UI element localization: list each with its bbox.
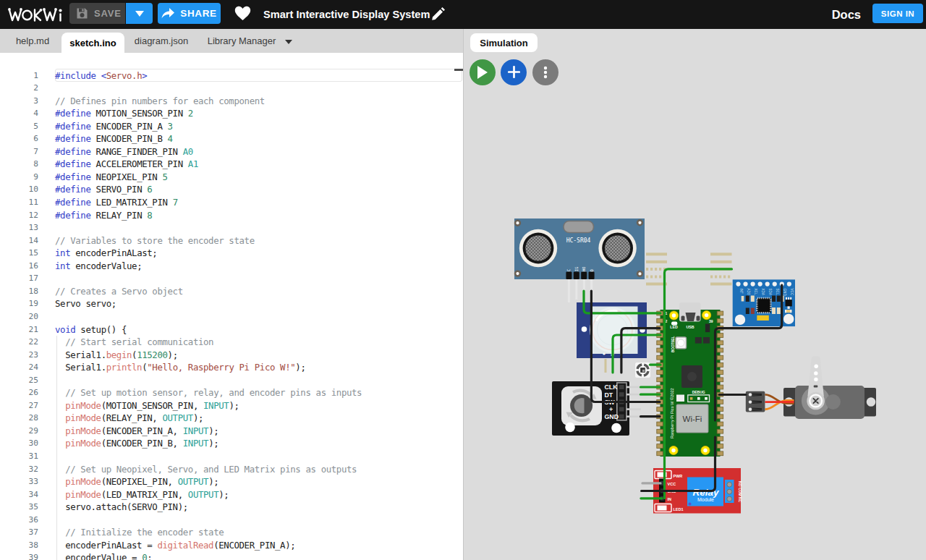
- code-line-32[interactable]: 32 // Set up Neopixel, Servo, and LED Ma…: [0, 463, 463, 476]
- code-line-7[interactable]: 7#define RANGE_FINDER_PIN A0: [0, 145, 463, 158]
- tab-sketch-ino[interactable]: sketch.ino: [61, 33, 124, 53]
- save-dropdown-button[interactable]: [126, 3, 153, 24]
- mpu-pad-XDA[interactable]: [758, 282, 763, 287]
- code-line-3[interactable]: 3// Defines pin numbers for each compone…: [0, 95, 463, 108]
- code-line-12[interactable]: 12#define RELAY_PIN 8: [0, 209, 463, 222]
- svg-text:USB: USB: [686, 325, 694, 329]
- docs-link[interactable]: Docs: [832, 0, 861, 29]
- code-line-35[interactable]: 35 servo.attach(SERVO_PIN);: [0, 501, 463, 514]
- code-line-19[interactable]: 19Servo servo;: [0, 297, 463, 310]
- mpu6050-accelerometer[interactable]: INTAD0XCLXDASDASCLGNDVCC: [733, 279, 795, 326]
- code-line-24[interactable]: 24 Serial1.println("Hello, Raspberry Pi …: [0, 361, 463, 374]
- pico-pad[interactable]: [717, 444, 723, 449]
- code-line-11[interactable]: 11#define LED_MATRIX_PIN 7: [0, 196, 463, 209]
- pico-pad[interactable]: [657, 407, 663, 412]
- code-line-37[interactable]: 37 // Initialize the encoder state: [0, 526, 463, 539]
- neopixel-led[interactable]: [635, 362, 650, 378]
- code-line-6[interactable]: 6#define ENCODER_PIN_B 4: [0, 132, 463, 145]
- code-line-20[interactable]: 20: [0, 310, 463, 323]
- code-line-27[interactable]: 27 pinMode(MOTION_SENSOR_PIN, INPUT);: [0, 399, 463, 412]
- sign-in-button[interactable]: SIGN IN: [872, 4, 923, 23]
- pico-pad[interactable]: [717, 437, 723, 441]
- tab-diagram-json[interactable]: diagram.json: [130, 29, 192, 53]
- code-line-9[interactable]: 9#define NEOPIXEL_PIN 5: [0, 171, 463, 184]
- pico-pad[interactable]: [717, 378, 723, 382]
- pico-pad[interactable]: [717, 311, 723, 315]
- pico-pad[interactable]: [657, 341, 663, 345]
- wokwi-logo[interactable]: [7, 5, 64, 27]
- code-line-38[interactable]: 38 encoderPinALast = digitalRead(ENCODER…: [0, 539, 463, 552]
- ultrasonic-sensor-hcsr04[interactable]: HC-SR04 VCC TRIG ECHO GND: [514, 219, 645, 279]
- code-line-13[interactable]: 13: [0, 221, 463, 234]
- code-line-22[interactable]: 22 // Start serial communication: [0, 336, 463, 349]
- code-line-36[interactable]: 36: [0, 514, 463, 527]
- code-line-1[interactable]: 1#include <Servo.h>: [0, 69, 463, 82]
- mpu-pad-SDA[interactable]: [765, 282, 770, 287]
- mpu-pad-INT[interactable]: [736, 282, 740, 287]
- mpu-pad-XCL[interactable]: [751, 282, 755, 287]
- line-number: 37: [0, 526, 38, 539]
- pico-pad[interactable]: [717, 355, 723, 360]
- pico-pad[interactable]: [657, 355, 663, 360]
- mpu-pad-VCC[interactable]: [787, 282, 791, 287]
- pico-pad[interactable]: [717, 341, 723, 345]
- code-line-4[interactable]: 4#define MOTION_SENSOR_PIN 2: [0, 107, 463, 120]
- code-line-26[interactable]: 26 // Set up motion sensor, relay, and e…: [0, 386, 463, 399]
- code-line-10[interactable]: 10#define SERVO_PIN 6: [0, 183, 463, 196]
- pico-pad[interactable]: [717, 415, 723, 419]
- circuit-canvas[interactable]: HC-SR04 VCC TRIG ECHO GND: [464, 29, 926, 560]
- pico-pad[interactable]: [717, 429, 723, 433]
- pico-pad[interactable]: [657, 451, 663, 456]
- pico-pad[interactable]: [717, 400, 723, 404]
- pico-pad[interactable]: [657, 378, 663, 382]
- code-line-33[interactable]: 33 pinMode(NEOPIXEL_PIN, OUTPUT);: [0, 475, 463, 488]
- mpu-pad-AD0[interactable]: [743, 282, 747, 287]
- code-line-30[interactable]: 30 pinMode(ENCODER_PIN_B, INPUT);: [0, 437, 463, 450]
- code-line-17[interactable]: 17: [0, 272, 463, 285]
- code-line-21[interactable]: 21void setup() {: [0, 323, 463, 336]
- pico-pad[interactable]: [717, 348, 723, 352]
- code-line-16[interactable]: 16int encoderValue;: [0, 260, 463, 273]
- pico-pad[interactable]: [657, 422, 663, 426]
- code-line-14[interactable]: 14// Variables to store the encoder stat…: [0, 234, 463, 247]
- servo-horn[interactable]: [807, 357, 823, 397]
- code-line-28[interactable]: 28 pinMode(RELAY_PIN, OUTPUT);: [0, 412, 463, 425]
- mpu-pad-SCL[interactable]: [773, 282, 777, 287]
- pico-pad[interactable]: [717, 318, 723, 323]
- project-title[interactable]: Smart Interactive Display System: [263, 0, 430, 29]
- pico-pad[interactable]: [657, 444, 663, 449]
- code-editor[interactable]: 1#include <Servo.h>23// Defines pin numb…: [0, 53, 463, 560]
- library-manager-caret-icon[interactable]: [285, 40, 292, 44]
- code-line-18[interactable]: 18// Creates a Servo object: [0, 285, 463, 298]
- code-line-31[interactable]: 31: [0, 450, 463, 463]
- pico-pad[interactable]: [657, 348, 663, 352]
- share-button[interactable]: SHARE: [158, 3, 221, 24]
- code-line-15[interactable]: 15int encoderPinALast;: [0, 247, 463, 260]
- code-line-2[interactable]: 2: [0, 82, 463, 95]
- save-button[interactable]: SAVE: [69, 3, 125, 24]
- pico-pad[interactable]: [717, 363, 723, 368]
- pico-pad[interactable]: [657, 429, 663, 433]
- pico-pad[interactable]: [717, 422, 723, 426]
- tab-help-md[interactable]: help.md: [6, 29, 59, 53]
- servo-motor[interactable]: [746, 357, 876, 420]
- code-line-23[interactable]: 23 Serial1.begin(115200);: [0, 349, 463, 362]
- code-line-25[interactable]: 25: [0, 374, 463, 387]
- pico-pad[interactable]: [717, 370, 723, 375]
- pico-pad[interactable]: [717, 451, 723, 456]
- pico-pad[interactable]: [657, 437, 663, 441]
- code-line-34[interactable]: 34 pinMode(LED_MATRIX_PIN, OUTPUT);: [0, 488, 463, 501]
- edit-title-icon[interactable]: [431, 7, 445, 24]
- pico-pad[interactable]: [657, 318, 663, 323]
- code-line-5[interactable]: 5#define ENCODER_PIN_A 3: [0, 120, 463, 133]
- code-line-39[interactable]: 39 encoderValue = 0;: [0, 551, 463, 560]
- pico-pad[interactable]: [717, 385, 723, 389]
- pico-pad[interactable]: [717, 407, 723, 412]
- pico-pad[interactable]: [717, 334, 723, 338]
- code-line-8[interactable]: 8#define ACCELEROMETER_PIN A1: [0, 158, 463, 171]
- raspberry-pi-pico-w[interactable]: 1 2 39 LED USB BOOTSEL DEBUG: [657, 302, 723, 457]
- code-line-29[interactable]: 29 pinMode(ENCODER_PIN_A, INPUT);: [0, 425, 463, 438]
- tab-library-manager[interactable]: Library Manager: [204, 29, 279, 53]
- pico-pad[interactable]: [657, 370, 663, 375]
- favorite-heart-icon[interactable]: [234, 6, 251, 24]
